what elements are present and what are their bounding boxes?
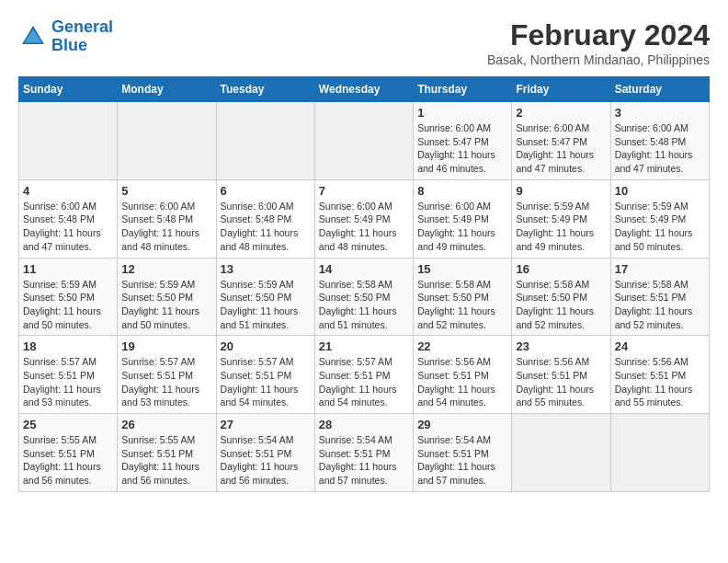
day-info: Sunrise: 5:59 AMSunset: 5:50 PMDaylight:… <box>23 278 113 332</box>
day-cell: 16Sunrise: 5:58 AMSunset: 5:50 PMDayligh… <box>512 258 610 336</box>
day-cell: 11Sunrise: 5:59 AMSunset: 5:50 PMDayligh… <box>19 258 118 336</box>
day-cell <box>216 102 314 180</box>
day-info: Sunrise: 6:00 AMSunset: 5:49 PMDaylight:… <box>319 200 409 254</box>
day-cell: 15Sunrise: 5:58 AMSunset: 5:50 PMDayligh… <box>414 258 512 336</box>
day-cell: 1Sunrise: 6:00 AMSunset: 5:47 PMDaylight… <box>414 102 512 180</box>
day-cell: 10Sunrise: 5:59 AMSunset: 5:49 PMDayligh… <box>610 179 709 258</box>
day-cell: 24Sunrise: 5:56 AMSunset: 5:51 PMDayligh… <box>610 336 709 414</box>
day-info: Sunrise: 5:58 AMSunset: 5:50 PMDaylight:… <box>516 278 606 332</box>
day-info: Sunrise: 5:58 AMSunset: 5:51 PMDaylight:… <box>615 278 705 332</box>
day-cell: 20Sunrise: 5:57 AMSunset: 5:51 PMDayligh… <box>216 336 314 414</box>
day-info: Sunrise: 5:54 AMSunset: 5:51 PMDaylight:… <box>417 433 507 488</box>
day-cell: 8Sunrise: 6:00 AMSunset: 5:49 PMDaylight… <box>414 179 512 258</box>
day-cell: 22Sunrise: 5:56 AMSunset: 5:51 PMDayligh… <box>414 336 512 414</box>
day-info: Sunrise: 6:00 AMSunset: 5:48 PMDaylight:… <box>615 121 705 176</box>
day-info: Sunrise: 5:56 AMSunset: 5:51 PMDaylight:… <box>417 355 507 409</box>
day-number: 22 <box>417 339 507 353</box>
day-cell: 7Sunrise: 6:00 AMSunset: 5:49 PMDaylight… <box>314 179 413 258</box>
day-cell: 27Sunrise: 5:54 AMSunset: 5:51 PMDayligh… <box>216 414 314 492</box>
week-row-2: 4Sunrise: 6:00 AMSunset: 5:48 PMDaylight… <box>19 179 710 258</box>
day-number: 28 <box>319 418 409 431</box>
day-info: Sunrise: 5:57 AMSunset: 5:51 PMDaylight:… <box>121 355 211 409</box>
day-number: 25 <box>23 418 113 431</box>
day-number: 24 <box>615 339 705 353</box>
day-cell <box>314 102 413 180</box>
day-cell: 18Sunrise: 5:57 AMSunset: 5:51 PMDayligh… <box>19 336 118 414</box>
day-number: 14 <box>319 262 409 276</box>
day-cell: 25Sunrise: 5:55 AMSunset: 5:51 PMDayligh… <box>19 414 118 492</box>
day-number: 26 <box>121 418 211 431</box>
logo-icon <box>18 22 48 52</box>
day-number: 13 <box>221 262 311 276</box>
day-cell: 21Sunrise: 5:57 AMSunset: 5:51 PMDayligh… <box>314 336 413 414</box>
page-header: General Blue February 2024 Basak, Northe… <box>18 18 710 67</box>
day-info: Sunrise: 5:56 AMSunset: 5:51 PMDaylight:… <box>516 355 606 409</box>
day-info: Sunrise: 6:00 AMSunset: 5:49 PMDaylight:… <box>417 200 507 254</box>
day-cell: 29Sunrise: 5:54 AMSunset: 5:51 PMDayligh… <box>414 414 512 492</box>
day-info: Sunrise: 5:57 AMSunset: 5:51 PMDaylight:… <box>221 355 311 409</box>
day-number: 12 <box>121 262 211 276</box>
day-info: Sunrise: 6:00 AMSunset: 5:48 PMDaylight:… <box>23 200 113 254</box>
day-number: 21 <box>319 339 409 353</box>
day-cell <box>610 414 709 492</box>
day-number: 7 <box>319 184 409 198</box>
day-number: 27 <box>221 418 311 431</box>
day-cell: 23Sunrise: 5:56 AMSunset: 5:51 PMDayligh… <box>512 336 610 414</box>
weekday-header-saturday: Saturday <box>610 77 709 102</box>
day-cell: 6Sunrise: 6:00 AMSunset: 5:48 PMDaylight… <box>216 179 314 258</box>
weekday-header-tuesday: Tuesday <box>216 77 314 102</box>
day-info: Sunrise: 6:00 AMSunset: 5:47 PMDaylight:… <box>417 121 507 176</box>
weekday-header-sunday: Sunday <box>19 77 118 102</box>
calendar-table: SundayMondayTuesdayWednesdayThursdayFrid… <box>18 76 710 492</box>
day-number: 18 <box>23 339 113 353</box>
day-info: Sunrise: 5:57 AMSunset: 5:51 PMDaylight:… <box>319 355 409 409</box>
day-info: Sunrise: 5:54 AMSunset: 5:51 PMDaylight:… <box>319 433 409 488</box>
day-number: 29 <box>417 418 507 431</box>
day-info: Sunrise: 5:59 AMSunset: 5:49 PMDaylight:… <box>615 200 705 254</box>
day-cell: 12Sunrise: 5:59 AMSunset: 5:50 PMDayligh… <box>118 258 216 336</box>
day-info: Sunrise: 5:59 AMSunset: 5:50 PMDaylight:… <box>121 278 211 332</box>
day-cell: 13Sunrise: 5:59 AMSunset: 5:50 PMDayligh… <box>216 258 314 336</box>
logo: General Blue <box>18 18 113 55</box>
day-info: Sunrise: 5:56 AMSunset: 5:51 PMDaylight:… <box>615 355 705 409</box>
day-number: 15 <box>417 262 507 276</box>
day-cell: 2Sunrise: 6:00 AMSunset: 5:47 PMDaylight… <box>512 102 610 180</box>
day-cell: 26Sunrise: 5:55 AMSunset: 5:51 PMDayligh… <box>118 414 216 492</box>
day-cell: 14Sunrise: 5:58 AMSunset: 5:50 PMDayligh… <box>314 258 413 336</box>
day-cell: 17Sunrise: 5:58 AMSunset: 5:51 PMDayligh… <box>610 258 709 336</box>
day-number: 19 <box>121 339 211 353</box>
day-number: 1 <box>417 106 507 120</box>
weekday-header-row: SundayMondayTuesdayWednesdayThursdayFrid… <box>19 77 710 102</box>
day-cell <box>19 102 118 180</box>
day-number: 2 <box>516 106 606 120</box>
week-row-5: 25Sunrise: 5:55 AMSunset: 5:51 PMDayligh… <box>19 414 710 492</box>
day-cell: 19Sunrise: 5:57 AMSunset: 5:51 PMDayligh… <box>118 336 216 414</box>
day-number: 5 <box>121 184 211 198</box>
day-cell <box>118 102 216 180</box>
day-info: Sunrise: 6:00 AMSunset: 5:48 PMDaylight:… <box>121 200 211 254</box>
day-number: 6 <box>221 184 311 198</box>
day-info: Sunrise: 5:59 AMSunset: 5:49 PMDaylight:… <box>516 200 606 254</box>
day-info: Sunrise: 6:00 AMSunset: 5:47 PMDaylight:… <box>516 121 606 176</box>
logo-text: General Blue <box>51 18 113 55</box>
weekday-header-friday: Friday <box>512 77 610 102</box>
day-number: 3 <box>615 106 705 120</box>
day-cell: 9Sunrise: 5:59 AMSunset: 5:49 PMDaylight… <box>512 179 610 258</box>
weekday-header-wednesday: Wednesday <box>314 77 413 102</box>
day-info: Sunrise: 5:58 AMSunset: 5:50 PMDaylight:… <box>417 278 507 332</box>
day-number: 4 <box>23 184 113 198</box>
day-cell <box>512 414 610 492</box>
day-number: 8 <box>417 184 507 198</box>
weekday-header-thursday: Thursday <box>414 77 512 102</box>
day-number: 17 <box>615 262 705 276</box>
day-cell: 28Sunrise: 5:54 AMSunset: 5:51 PMDayligh… <box>314 414 413 492</box>
day-cell: 3Sunrise: 6:00 AMSunset: 5:48 PMDaylight… <box>610 102 709 180</box>
day-info: Sunrise: 5:54 AMSunset: 5:51 PMDaylight:… <box>221 433 311 488</box>
day-cell: 5Sunrise: 6:00 AMSunset: 5:48 PMDaylight… <box>118 179 216 258</box>
day-info: Sunrise: 5:59 AMSunset: 5:50 PMDaylight:… <box>221 278 311 332</box>
day-number: 11 <box>23 262 113 276</box>
title-block: February 2024 Basak, Northern Mindanao, … <box>487 18 710 67</box>
day-info: Sunrise: 5:55 AMSunset: 5:51 PMDaylight:… <box>121 433 211 488</box>
day-info: Sunrise: 5:55 AMSunset: 5:51 PMDaylight:… <box>23 433 113 488</box>
day-info: Sunrise: 6:00 AMSunset: 5:48 PMDaylight:… <box>221 200 311 254</box>
